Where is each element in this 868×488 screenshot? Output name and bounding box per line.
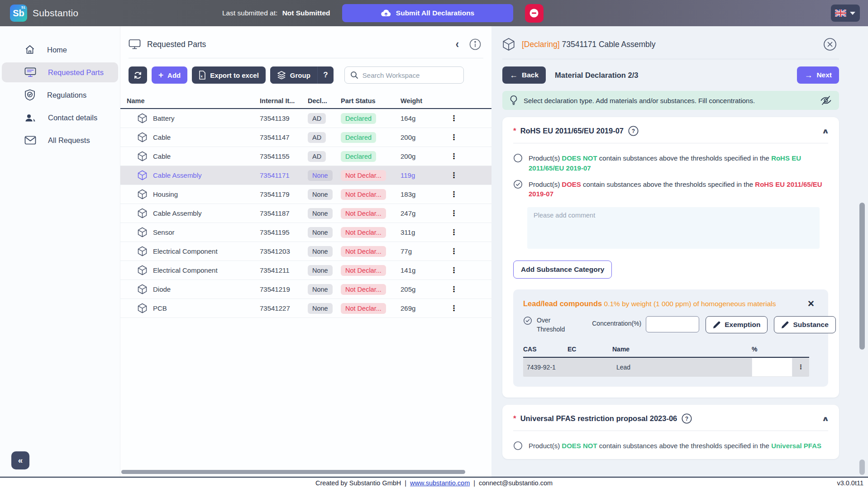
declaration-badge: None bbox=[308, 246, 333, 257]
rohs-option-does-not[interactable]: Product(s) DOES NOT contain substances a… bbox=[513, 153, 828, 173]
vertical-scrollbar[interactable] bbox=[859, 203, 865, 350]
row-menu-icon[interactable]: ⋮ bbox=[444, 230, 464, 234]
declaration-badge: None bbox=[308, 284, 333, 295]
col-decl[interactable]: Decl... bbox=[308, 97, 341, 104]
collapse-panel-icon[interactable]: ‹ bbox=[456, 38, 459, 50]
part-weight: 311g bbox=[401, 228, 444, 236]
exemption-button[interactable]: Exemption bbox=[706, 316, 768, 333]
part-internal-id: 73541171 bbox=[260, 171, 308, 179]
table-row[interactable]: Cable 73541155 AD Declared 200g ⋮ bbox=[120, 147, 491, 166]
status-badge: Not Declar... bbox=[341, 284, 386, 295]
comment-input[interactable] bbox=[527, 207, 820, 249]
rohs-option-does[interactable]: Product(s) DOES contain substances above… bbox=[513, 180, 828, 199]
concentration-input[interactable] bbox=[646, 316, 699, 332]
table-row[interactable]: Cable 73541147 AD Declared 200g ⋮ bbox=[120, 128, 491, 147]
part-cube-icon bbox=[138, 113, 147, 123]
pfas-option-does-not[interactable]: Product(s) DOES NOT contain substances a… bbox=[513, 441, 828, 451]
table-row[interactable]: PCB 73541227 None Not Declar... 269g ⋮ bbox=[120, 299, 491, 318]
group-button[interactable]: Group bbox=[270, 66, 317, 84]
footer: Created by Substantio GmbH | www.substan… bbox=[0, 477, 868, 488]
table-row[interactable]: Housing 73541179 None Not Declar... 183g… bbox=[120, 185, 491, 204]
over-threshold[interactable]: Over Threshold bbox=[523, 316, 565, 334]
sidebar-item-home[interactable]: Home bbox=[2, 40, 118, 60]
row-menu-icon[interactable]: ⋮ bbox=[444, 135, 464, 139]
last-submitted: Last submitted at: Not Submitted bbox=[222, 9, 330, 17]
sidebar-collapse-button[interactable]: « bbox=[11, 451, 29, 469]
table-row[interactable]: Cable Assembly 73541171 None Not Declar.… bbox=[120, 166, 491, 185]
radio-unchecked-icon bbox=[513, 153, 523, 173]
status-badge: Not Declar... bbox=[341, 189, 386, 200]
row-menu-icon[interactable]: ⋮ bbox=[444, 268, 464, 272]
app-version: v3.0.0t11 bbox=[837, 479, 863, 487]
col-cas: CAS bbox=[523, 346, 568, 353]
row-menu-icon[interactable]: ⋮ bbox=[444, 211, 464, 215]
regulation-link[interactable]: Universal PFAS bbox=[771, 442, 821, 450]
row-menu-icon[interactable]: ⋮ bbox=[444, 192, 464, 196]
close-panel-button[interactable] bbox=[823, 37, 837, 52]
col-name[interactable]: Name bbox=[127, 97, 260, 104]
col-name: Name bbox=[612, 346, 752, 353]
status-badge: Not Declar... bbox=[341, 227, 386, 238]
sidebar: Home Requested Parts Regulations Contact… bbox=[0, 26, 120, 477]
part-name: Battery bbox=[153, 114, 175, 122]
add-substance-category-button[interactable]: Add Substance Category bbox=[513, 261, 612, 279]
search-input[interactable] bbox=[362, 71, 458, 79]
part-cube-icon bbox=[138, 265, 147, 275]
row-menu-icon[interactable]: ⋮ bbox=[444, 173, 464, 177]
remove-category-button[interactable]: ✕ bbox=[804, 298, 818, 309]
parts-table-header: Name Internal It... Decl... Part Status … bbox=[120, 94, 491, 109]
back-button[interactable]: ← Back bbox=[502, 66, 546, 84]
table-row[interactable]: Electrical Component 73541203 None Not D… bbox=[120, 242, 491, 261]
export-to-excel-button[interactable]: x Export to excel bbox=[192, 66, 266, 84]
declaration-badge: None bbox=[308, 227, 333, 238]
table-row[interactable]: Diode 73541219 None Not Declar... 205g ⋮ bbox=[120, 280, 491, 299]
col-weight[interactable]: Weight bbox=[401, 97, 444, 104]
vertical-scrollbar-tail[interactable] bbox=[859, 460, 865, 475]
sidebar-item-requested-parts[interactable]: Requested Parts bbox=[2, 62, 118, 82]
collapse-section-icon[interactable]: ∧ bbox=[821, 415, 829, 423]
declaration-panel: [Declaring] 73541171 Cable Assembly bbox=[491, 26, 868, 477]
stop-button[interactable] bbox=[525, 4, 544, 23]
row-menu-icon[interactable]: ⋮ bbox=[444, 116, 464, 120]
sidebar-item-label: All Requests bbox=[48, 136, 90, 145]
group-help-button[interactable]: ? bbox=[317, 66, 334, 84]
row-menu-icon[interactable]: ⋮ bbox=[792, 358, 809, 377]
submit-all-declarations-button[interactable]: Submit All Declarations bbox=[342, 4, 513, 22]
sidebar-item-contact-details[interactable]: Contact details bbox=[2, 108, 118, 128]
col-status[interactable]: Part Status bbox=[341, 97, 401, 104]
row-menu-icon[interactable]: ⋮ bbox=[444, 287, 464, 291]
row-menu-icon[interactable]: ⋮ bbox=[444, 306, 464, 310]
row-menu-icon[interactable]: ⋮ bbox=[444, 154, 464, 158]
part-weight: 141g bbox=[401, 266, 444, 274]
row-menu-icon[interactable]: ⋮ bbox=[444, 249, 464, 253]
footer-site-link[interactable]: www.substantio.com bbox=[410, 479, 470, 487]
substance-cas: 7439-92-1 bbox=[523, 364, 568, 371]
collapse-section-icon[interactable]: ∧ bbox=[821, 127, 829, 135]
table-row[interactable]: Cable Assembly 73541187 None Not Declar.… bbox=[120, 204, 491, 223]
pencil-icon bbox=[781, 321, 789, 329]
next-button[interactable]: → Next bbox=[797, 66, 839, 84]
col-internal[interactable]: Internal It... bbox=[260, 97, 308, 104]
sidebar-item-regulations[interactable]: Regulations bbox=[2, 85, 118, 105]
info-icon[interactable] bbox=[469, 38, 482, 51]
horizontal-scrollbar[interactable] bbox=[121, 470, 465, 474]
arrow-right-icon: → bbox=[804, 71, 812, 80]
table-row[interactable]: Battery 73541139 AD Declared 164g ⋮ bbox=[120, 109, 491, 128]
help-circle-icon[interactable]: ? bbox=[681, 413, 692, 424]
sidebar-item-all-requests[interactable]: All Requests bbox=[2, 130, 118, 150]
substance-percent-input[interactable] bbox=[752, 358, 792, 377]
table-row[interactable]: Electrical Component 73541211 None Not D… bbox=[120, 261, 491, 280]
refresh-button[interactable] bbox=[129, 66, 147, 84]
svg-text:?: ? bbox=[632, 128, 635, 134]
part-name: Electrical Component bbox=[153, 266, 218, 274]
table-row[interactable]: Sensor 73541195 None Not Declar... 311g … bbox=[120, 223, 491, 242]
language-selector[interactable] bbox=[831, 5, 860, 22]
add-button[interactable]: + Add bbox=[152, 66, 187, 84]
help-circle-icon[interactable]: ? bbox=[628, 125, 639, 137]
substance-button[interactable]: Substance bbox=[774, 316, 835, 333]
required-mark: * bbox=[513, 414, 516, 423]
status-badge: Not Declar... bbox=[341, 265, 386, 276]
substance-row[interactable]: 7439-92-1 Lead ⋮ bbox=[523, 358, 809, 377]
hide-hints-icon[interactable] bbox=[820, 95, 832, 106]
monitor-icon bbox=[129, 39, 141, 50]
